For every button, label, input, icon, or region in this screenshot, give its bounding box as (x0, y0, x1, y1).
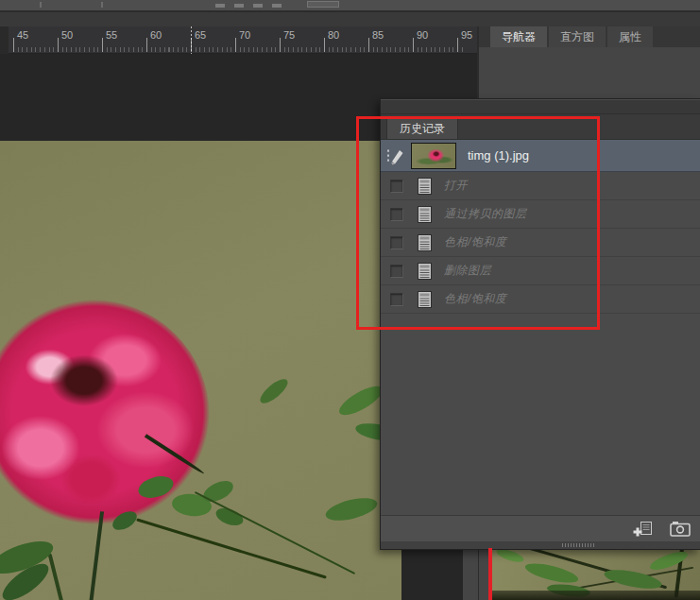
leaf (495, 549, 525, 564)
history-tab-bar: 历史记录 (381, 114, 700, 140)
dock-edge-sliver (463, 549, 478, 600)
set-source-checkbox[interactable] (390, 236, 403, 249)
ruler-number: 95 (461, 29, 472, 41)
history-state-row[interactable]: 色相/饱和度 (381, 285, 700, 314)
document-icon (412, 178, 436, 195)
history-brush-icon (381, 146, 411, 165)
tab-history[interactable]: 历史记录 (386, 117, 458, 139)
camera-icon[interactable] (668, 519, 692, 540)
history-state-row[interactable]: 通过拷贝的图层 (381, 200, 700, 229)
history-state-current[interactable]: timg (1).jpg (381, 140, 700, 172)
photoshop-window: 45 50 55 60 65 70 75 80 85 90 95 导航器 (0, 0, 700, 600)
history-state-label: 通过拷贝的图层 (444, 206, 527, 222)
history-state-label: 删除图层 (444, 263, 491, 279)
history-state-row[interactable]: 色相/饱和度 (381, 229, 700, 257)
leaf (603, 566, 663, 592)
set-source-checkbox[interactable] (390, 208, 403, 221)
options-bar (0, 0, 700, 12)
document-icon (412, 206, 436, 223)
horizontal-ruler: 45 50 55 60 65 70 75 80 85 90 95 (0, 26, 479, 54)
set-source-checkbox[interactable] (390, 180, 403, 193)
history-state-label: 打开 (444, 178, 468, 194)
leaf (335, 381, 386, 420)
ruler-number: 50 (61, 29, 73, 41)
options-bar-clipped-control (40, 2, 42, 8)
new-document-from-state-button[interactable] (630, 519, 655, 540)
tab-navigator[interactable]: 导航器 (490, 26, 547, 47)
tab-properties[interactable]: 属性 (607, 26, 653, 47)
set-source-checkbox[interactable] (390, 265, 403, 278)
document-icon (412, 263, 436, 280)
leaf (523, 559, 580, 587)
history-panel: 历史记录 timg (1).jpg 打开 (380, 98, 700, 550)
options-bar-clipped-control (253, 4, 263, 8)
state-filename: timg (1).jpg (468, 148, 529, 163)
history-panel-footer (381, 515, 700, 541)
canvas-image-fragment[interactable] (492, 549, 700, 600)
document-icon (412, 291, 436, 308)
options-bar-clipped-control (234, 4, 244, 8)
set-source-checkbox[interactable] (390, 293, 403, 306)
tab-histogram[interactable]: 直方图 (549, 26, 606, 47)
options-bar-clipped-control (272, 4, 282, 8)
leaf (257, 375, 292, 407)
options-bar-clipped-control (307, 1, 339, 8)
panel-drag-bar[interactable] (381, 99, 700, 114)
ruler-number: 65 (195, 29, 206, 41)
ruler-number: 45 (17, 29, 28, 41)
ruler-number: 55 (106, 29, 117, 41)
canvas-image[interactable] (0, 141, 401, 600)
document-icon (412, 234, 436, 251)
panel-resize-grip[interactable] (381, 541, 700, 549)
leaf (323, 494, 379, 525)
image-shadow-band (492, 591, 700, 600)
history-state-label: 色相/饱和度 (444, 234, 506, 250)
rose-flower (0, 300, 210, 524)
ruler-number: 90 (417, 29, 428, 41)
history-state-label: 色相/饱和度 (444, 291, 506, 307)
ruler-number: 60 (150, 29, 162, 41)
branch (136, 518, 327, 578)
branch (48, 553, 66, 600)
rose-stem (89, 511, 104, 600)
app-background-strip (0, 12, 700, 26)
history-empty-area (381, 314, 700, 515)
state-thumbnail (411, 143, 456, 169)
history-state-row[interactable]: 删除图层 (381, 257, 700, 285)
ruler-number: 80 (328, 29, 339, 41)
ruler-cursor-indicator (191, 26, 192, 54)
options-bar-clipped-control (215, 4, 225, 8)
history-state-row[interactable]: 打开 (381, 172, 700, 200)
ruler-number: 85 (372, 29, 384, 41)
ruler-number: 70 (239, 29, 250, 41)
ruler-number: 75 (283, 29, 295, 41)
dock-tab-bar: 导航器 直方图 属性 (479, 26, 700, 47)
options-bar-clipped-control (101, 2, 103, 8)
annotation-line (488, 548, 492, 600)
